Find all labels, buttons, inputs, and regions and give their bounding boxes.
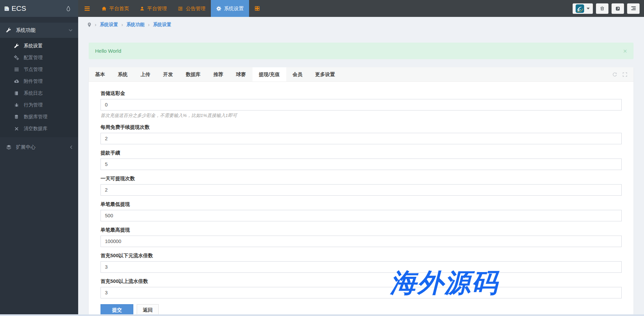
field-label-withdraw-fee: 提款手續 [101, 150, 622, 156]
nav-item-platform-manage[interactable]: 平台管理 [134, 0, 172, 17]
tab-system[interactable]: 系统 [111, 67, 134, 81]
turnover-below-500-input[interactable] [101, 261, 622, 273]
sidebar-item-label: 行为管理 [24, 102, 43, 108]
layers-icon [6, 145, 12, 150]
nav-item-announcement-manage[interactable]: 公告管理 [172, 0, 211, 17]
form-group: 首充500以下元流水倍数 [101, 252, 622, 273]
form-group: 首储送彩金 首次充值送百分之多少彩金，不需要输入%，比如1%直接输入1即可 [101, 90, 622, 119]
alert-message: Hello World [95, 48, 121, 54]
daily-withdraw-times-input[interactable] [101, 184, 622, 196]
top-header: ECS 平台首页 平台管理 公告管理 [0, 0, 644, 17]
breadcrumb-separator: › [95, 22, 96, 27]
settings-tabbar: 基本 系统 上传 开发 数据库 推荐 球赛 提现/充值 会员 更多设置 [89, 67, 634, 82]
clear-x-icon [14, 127, 19, 131]
nav-item-platform-home[interactable]: 平台首页 [96, 0, 134, 17]
nav-item-label: 平台首页 [109, 5, 129, 12]
breadcrumb-link[interactable]: 系统设置 [153, 22, 171, 28]
breadcrumb-link[interactable]: 系统设置 [100, 22, 118, 28]
bug-icon [14, 102, 19, 107]
tab-more-settings[interactable]: 更多设置 [309, 67, 341, 81]
submit-button[interactable]: 提交 [101, 304, 133, 316]
tab-basic[interactable]: 基本 [89, 67, 111, 81]
turnover-above-500-input[interactable] [101, 287, 622, 298]
breadcrumb-link[interactable]: 系统功能 [126, 22, 145, 28]
field-label-first-deposit-bonus: 首储送彩金 [101, 90, 622, 97]
nav-item-label: 平台管理 [147, 5, 167, 12]
tab-upload[interactable]: 上传 [134, 67, 157, 81]
sidebar-item-config-manage[interactable]: 配置管理 [0, 52, 78, 64]
withdraw-settings-form: 首储送彩金 首次充值送百分之多少彩金，不需要输入%，比如1%直接输入1即可 每周… [89, 82, 634, 316]
settings-card: 基本 系统 上传 开发 数据库 推荐 球赛 提现/充值 会员 更多设置 [89, 67, 634, 316]
wrench-icon [6, 28, 12, 33]
tab-match[interactable]: 球赛 [230, 67, 252, 81]
top-navbar: 平台首页 平台管理 公告管理 系统设置 [78, 0, 644, 17]
tab-member[interactable]: 会员 [286, 67, 309, 81]
sidebar-item-clear-database[interactable]: 清空数据库 [0, 123, 78, 135]
tab-withdraw-recharge[interactable]: 提现/充值 [252, 67, 286, 81]
trash-icon [600, 6, 605, 11]
sidebar-submenu: 系统设置 配置管理 节点管理 附件管理 系统日志 [0, 38, 78, 137]
main-content: › 系统设置 › 系统功能 › 系统设置 Hello World × 基本 系统… [78, 17, 644, 316]
alert-close-icon[interactable]: × [623, 48, 627, 54]
weekly-free-withdraw-times-input[interactable] [101, 133, 622, 144]
user-avatar-menu[interactable] [573, 3, 593, 14]
gear-icon [216, 6, 221, 11]
form-group: 首充500以上流水倍数 [101, 278, 622, 298]
sidebar-item-label: 系统设置 [24, 43, 43, 49]
trash-button[interactable] [596, 3, 608, 14]
back-button[interactable]: 返回 [137, 304, 159, 316]
announcement-icon [178, 6, 183, 11]
nav-grid-button[interactable] [249, 0, 265, 17]
sidebar-item-system-settings[interactable]: 系统设置 [0, 40, 78, 52]
expand-icon[interactable] [622, 72, 627, 77]
list-icon [14, 67, 19, 72]
tab-database[interactable]: 数据库 [179, 67, 207, 81]
field-label-turnover-above-500: 首充500以上流水倍数 [101, 278, 622, 285]
broken-image-icon [4, 6, 10, 11]
wrench-icon [14, 44, 19, 48]
sidebar-toggle-button[interactable] [78, 0, 96, 17]
home-icon [102, 6, 107, 11]
sidebar-item-label: 节点管理 [24, 67, 43, 73]
sidebar-item-label: 清空数据库 [24, 126, 47, 132]
sidebar-item-attachment-manage[interactable]: 附件管理 [0, 75, 78, 87]
content-area: Hello World × 基本 系统 上传 开发 数据库 推荐 球赛 提现/充… [78, 43, 644, 316]
form-group: 一天可提现次数 [101, 175, 622, 196]
nav-item-system-settings[interactable]: 系统设置 [211, 0, 249, 17]
success-alert: Hello World × [89, 43, 634, 59]
sidebar-item-database-manage[interactable]: 数据库管理 [0, 111, 78, 123]
sidebar-item-label: 配置管理 [24, 55, 43, 61]
sidebar-item-node-manage[interactable]: 节点管理 [0, 64, 78, 75]
sidebar: 系统功能 系统设置 配置管理 节点管理 附件管理 [0, 17, 78, 316]
first-deposit-bonus-input[interactable] [101, 99, 622, 111]
sidebar-section-system-functions[interactable]: 系统功能 [0, 23, 78, 38]
tab-recommend[interactable]: 推荐 [207, 67, 230, 81]
sidebar-item-label: 数据库管理 [24, 114, 47, 120]
withdraw-fee-input[interactable] [101, 159, 622, 170]
field-help-text: 首次充值送百分之多少彩金，不需要输入%，比如1%直接输入1即可 [101, 113, 622, 119]
cloud-upload-icon [14, 79, 19, 83]
form-group: 单笔最低提现 [101, 201, 622, 221]
bottom-strip [0, 314, 644, 316]
max-single-withdraw-input[interactable] [101, 236, 622, 247]
sidebar-item-behavior-manage[interactable]: 行为管理 [0, 99, 78, 111]
sidebar-item-label: 系统日志 [24, 90, 43, 96]
grid-icon [254, 6, 260, 11]
breadcrumb: › 系统设置 › 系统功能 › 系统设置 [78, 17, 644, 32]
external-link-button[interactable] [612, 3, 624, 14]
sidebar-section-extension-center[interactable]: 扩展中心 [0, 140, 78, 155]
logo-area[interactable]: ECS [0, 0, 78, 17]
field-label-weekly-free-withdraw-times: 每周免费手续提现次数 [101, 124, 622, 130]
nav-item-label: 系统设置 [224, 5, 244, 12]
sidebar-item-system-log[interactable]: 系统日志 [0, 87, 78, 99]
form-group: 单笔最高提现 [101, 227, 622, 247]
min-single-withdraw-input[interactable] [101, 210, 622, 221]
control-sidebar-button[interactable] [627, 3, 640, 14]
refresh-icon[interactable] [612, 72, 617, 77]
sidebar-item-label: 附件管理 [24, 78, 43, 84]
user-icon [140, 6, 145, 11]
tab-develop[interactable]: 开发 [157, 67, 179, 81]
form-actions: 提交 返回 [101, 304, 622, 316]
avatar [576, 4, 584, 13]
field-label-max-single-withdraw: 单笔最高提现 [101, 227, 622, 233]
